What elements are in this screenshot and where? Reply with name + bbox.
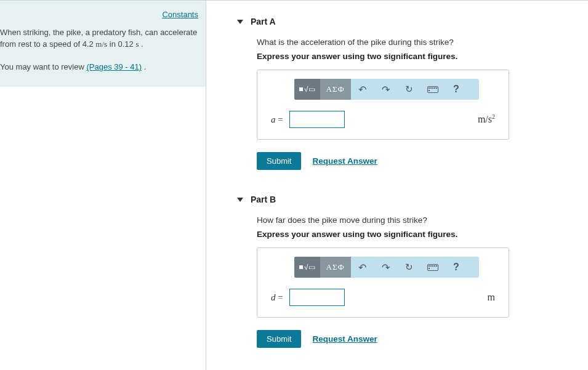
template-button[interactable]: √▭ — [294, 257, 320, 278]
constants-link[interactable]: Constants — [162, 10, 198, 19]
greek-button[interactable]: ΑΣФ — [320, 257, 351, 278]
undo-icon: ↶ — [358, 84, 366, 95]
undo-button[interactable]: ↶ — [351, 257, 374, 278]
keyboard-button[interactable] — [421, 257, 445, 278]
part-a-actions: Submit Request Answer — [257, 152, 563, 170]
redo-icon: ↷ — [382, 84, 390, 95]
part-b-toolbar: √▭ ΑΣФ ↶ ↷ ↻ ? — [294, 257, 479, 278]
left-column: Constants When striking, the pike, a pre… — [0, 1, 206, 370]
reset-icon: ↻ — [405, 84, 413, 95]
part-b-answer-row: d = m — [271, 289, 495, 306]
help-button[interactable]: ? — [445, 79, 468, 100]
caret-down-icon — [237, 198, 243, 202]
problem-text-3: . — [139, 39, 143, 49]
part-a-units: m/s2 — [478, 113, 495, 125]
part-a-request-answer-link[interactable]: Request Answer — [312, 156, 377, 166]
review-suffix: . — [142, 62, 146, 71]
part-b-input[interactable] — [289, 289, 345, 306]
problem-text-2: in 0.12 — [107, 39, 135, 49]
undo-button[interactable]: ↶ — [351, 79, 374, 100]
reset-button[interactable]: ↻ — [398, 257, 421, 278]
part-a-header[interactable]: Part A — [237, 17, 563, 26]
help-icon: ? — [453, 262, 459, 273]
fraction-root-icon: √▭ — [299, 85, 315, 94]
right-column: Part A What is the acceleration of the p… — [206, 1, 588, 370]
redo-icon: ↷ — [382, 262, 390, 273]
reset-icon: ↻ — [405, 262, 413, 273]
redo-button[interactable]: ↷ — [374, 79, 398, 100]
review-pages-link[interactable]: (Pages 39 - 41) — [86, 62, 142, 71]
review-prefix: You may want to review — [0, 62, 86, 71]
part-a-toolbar: √▭ ΑΣФ ↶ ↷ ↻ ? — [294, 79, 479, 100]
part-b-units: m — [488, 292, 495, 303]
problem-statement: Constants When striking, the pike, a pre… — [0, 1, 206, 87]
fraction-root-icon: √▭ — [299, 263, 315, 271]
part-b-question: How far does the pike move during this s… — [257, 215, 563, 225]
part-b-title: Part B — [251, 195, 276, 204]
part-b-variable: d = — [271, 292, 283, 303]
template-button[interactable]: √▭ — [294, 79, 320, 100]
keyboard-icon — [427, 86, 438, 93]
part-a-instruction: Express your answer using two significan… — [257, 52, 563, 61]
help-button[interactable]: ? — [445, 257, 468, 278]
part-a-title: Part A — [251, 17, 276, 26]
review-text: You may want to review (Pages 39 - 41) . — [0, 62, 198, 73]
part-a: Part A What is the acceleration of the p… — [237, 17, 563, 170]
part-b-answer-box: √▭ ΑΣФ ↶ ↷ ↻ ? d = m — [257, 247, 509, 318]
part-a-variable: a = — [271, 115, 283, 125]
part-a-answer-box: √▭ ΑΣФ ↶ ↷ ↻ ? a = m/s2 — [257, 70, 509, 140]
help-icon: ? — [453, 84, 459, 95]
part-a-question: What is the acceleration of the pike dur… — [257, 38, 563, 47]
caret-down-icon — [237, 20, 243, 24]
part-a-answer-row: a = m/s2 — [271, 111, 495, 128]
reset-button[interactable]: ↻ — [398, 79, 421, 100]
undo-icon: ↶ — [358, 262, 366, 273]
part-b-instruction: Express your answer using two significan… — [257, 230, 563, 239]
keyboard-icon — [427, 264, 438, 271]
part-b-submit-button[interactable]: Submit — [257, 330, 301, 348]
greek-button[interactable]: ΑΣФ — [320, 79, 351, 100]
part-a-input[interactable] — [289, 111, 345, 128]
redo-button[interactable]: ↷ — [374, 257, 398, 278]
problem-text: When striking, the pike, a predatory fis… — [0, 27, 198, 50]
part-a-submit-button[interactable]: Submit — [257, 152, 301, 170]
part-b: Part B How far does the pike move during… — [237, 195, 563, 348]
part-b-request-answer-link[interactable]: Request Answer — [312, 334, 377, 344]
keyboard-button[interactable] — [421, 79, 445, 100]
part-b-header[interactable]: Part B — [237, 195, 563, 204]
problem-units-1: m/s — [95, 39, 107, 49]
part-b-actions: Submit Request Answer — [257, 330, 563, 348]
